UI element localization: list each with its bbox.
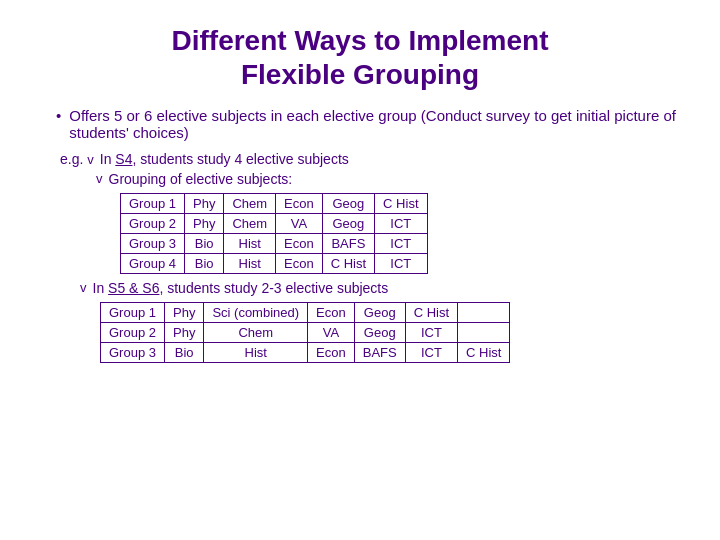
table-cell: ICT [375, 214, 427, 234]
main-bullet: • Offers 5 or 6 elective subjects in eac… [56, 107, 680, 141]
eg-label: e.g. v [60, 151, 100, 167]
eg-item1-suffix: , students study 4 elective subjects [132, 151, 348, 167]
table-cell: ICT [375, 234, 427, 254]
table-cell: Geog [354, 303, 405, 323]
s5s6-row: v In S5 & S6, students study 2-3 electiv… [60, 280, 680, 296]
table-cell: Econ [276, 254, 323, 274]
table-cell: Chem [224, 194, 276, 214]
table-cell: Group 2 [121, 214, 185, 234]
table-cell: Bio [164, 343, 203, 363]
eg-row: e.g. v In S4, students study 4 elective … [60, 151, 680, 167]
table-cell: Hist [224, 234, 276, 254]
table-row: Group 2 Phy Chem VA Geog ICT [121, 214, 428, 234]
table-cell: Group 2 [101, 323, 165, 343]
table-cell: Phy [184, 214, 223, 234]
eg-item1: In S4, students study 4 elective subject… [100, 151, 349, 167]
eg-item3: In S5 & S6, students study 2-3 elective … [93, 280, 389, 296]
table-cell: C Hist [405, 303, 457, 323]
table-cell: Group 4 [121, 254, 185, 274]
table-cell: Group 1 [101, 303, 165, 323]
table-cell: ICT [405, 343, 457, 363]
table-row: Group 3 Bio Hist Econ BAFS ICT [121, 234, 428, 254]
table-cell: C Hist [322, 254, 374, 274]
table-row: Group 2 Phy Chem VA Geog ICT [101, 323, 510, 343]
table2-wrap: Group 1 Phy Sci (combined) Econ Geog C H… [60, 302, 680, 363]
table-cell: C Hist [458, 343, 510, 363]
table-cell: Group 3 [101, 343, 165, 363]
table-cell: Group 3 [121, 234, 185, 254]
table-cell: Sci (combined) [204, 303, 308, 323]
table-cell [458, 323, 510, 343]
eg-sub-bullets: In S4, students study 4 elective subject… [100, 151, 349, 167]
table-cell: ICT [375, 254, 427, 274]
title-line1: Different Ways to Implement [171, 25, 548, 56]
table-cell [458, 303, 510, 323]
table-cell: Geog [322, 214, 374, 234]
table2: Group 1 Phy Sci (combined) Econ Geog C H… [100, 302, 510, 363]
table-cell: Econ [276, 194, 323, 214]
table-row: Group 1 Phy Sci (combined) Econ Geog C H… [101, 303, 510, 323]
table-cell: Chem [204, 323, 308, 343]
table-cell: VA [308, 323, 355, 343]
table-cell: Group 1 [121, 194, 185, 214]
table-cell: Geog [322, 194, 374, 214]
table-cell: Hist [204, 343, 308, 363]
eg-section: e.g. v In S4, students study 4 elective … [40, 151, 680, 363]
eg-item3-underline: S5 & S6 [108, 280, 159, 296]
table-cell: BAFS [354, 343, 405, 363]
v-bullet2-icon: v [80, 280, 87, 295]
table-cell: Chem [224, 214, 276, 234]
bullet-text: Offers 5 or 6 elective subjects in each … [69, 107, 680, 141]
table-cell: VA [276, 214, 323, 234]
table1-wrap: Group 1 Phy Chem Econ Geog C Hist Group … [60, 193, 680, 274]
table-cell: BAFS [322, 234, 374, 254]
grouping-text: Grouping of elective subjects: [109, 171, 293, 187]
page: Different Ways to Implement Flexible Gro… [0, 0, 720, 540]
eg-item3-prefix: In [93, 280, 109, 296]
table-row: Group 1 Phy Chem Econ Geog C Hist [121, 194, 428, 214]
title-line2: Flexible Grouping [241, 59, 479, 90]
page-title: Different Ways to Implement Flexible Gro… [40, 24, 680, 91]
table-cell: Econ [308, 303, 355, 323]
bullet-dot-icon: • [56, 107, 61, 124]
table-cell: Geog [354, 323, 405, 343]
eg-item3-suffix: , students study 2-3 elective subjects [159, 280, 388, 296]
table-cell: C Hist [375, 194, 427, 214]
table1: Group 1 Phy Chem Econ Geog C Hist Group … [120, 193, 428, 274]
table-cell: Phy [164, 323, 203, 343]
table-cell: Phy [184, 194, 223, 214]
table-row: Group 4 Bio Hist Econ C Hist ICT [121, 254, 428, 274]
table-cell: Hist [224, 254, 276, 274]
v-bullet-icon: v [96, 171, 103, 186]
eg-item1-prefix: In [100, 151, 116, 167]
table-cell: Econ [276, 234, 323, 254]
bullet-section: • Offers 5 or 6 elective subjects in eac… [40, 107, 680, 141]
grouping-row: v Grouping of elective subjects: [60, 171, 680, 187]
table-cell: ICT [405, 323, 457, 343]
table-row: Group 3 Bio Hist Econ BAFS ICT C Hist [101, 343, 510, 363]
table-cell: Bio [184, 234, 223, 254]
eg-item1-underline: S4 [115, 151, 132, 167]
table-cell: Econ [308, 343, 355, 363]
table-cell: Bio [184, 254, 223, 274]
table-cell: Phy [164, 303, 203, 323]
